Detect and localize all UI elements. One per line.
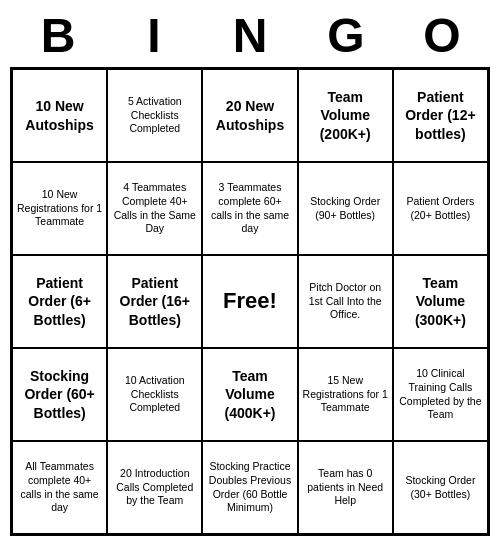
bingo-cell-14[interactable]: Team Volume (300K+) <box>393 255 488 348</box>
bingo-cell-16[interactable]: 10 Activation Checklists Completed <box>107 348 202 441</box>
letter-n: N <box>206 8 294 63</box>
bingo-cell-0[interactable]: 10 New Autoships <box>12 69 107 162</box>
bingo-cell-19[interactable]: 10 Clinical Training Calls Completed by … <box>393 348 488 441</box>
bingo-grid: 10 New Autoships5 Activation Checklists … <box>10 67 490 536</box>
bingo-cell-2[interactable]: 20 New Autoships <box>202 69 297 162</box>
bingo-cell-3[interactable]: Team Volume (200K+) <box>298 69 393 162</box>
bingo-cell-17[interactable]: Team Volume (400K+) <box>202 348 297 441</box>
bingo-cell-5[interactable]: 10 New Registrations for 1 Teammate <box>12 162 107 255</box>
letter-g: G <box>302 8 390 63</box>
letter-i: I <box>110 8 198 63</box>
bingo-cell-15[interactable]: Stocking Order (60+ Bottles) <box>12 348 107 441</box>
bingo-cell-21[interactable]: 20 Introduction Calls Completed by the T… <box>107 441 202 534</box>
letter-o: O <box>398 8 486 63</box>
bingo-cell-6[interactable]: 4 Teammates Complete 40+ Calls in the Sa… <box>107 162 202 255</box>
bingo-cell-18[interactable]: 15 New Registrations for 1 Teammate <box>298 348 393 441</box>
bingo-cell-23[interactable]: Team has 0 patients in Need Help <box>298 441 393 534</box>
bingo-header: B I N G O <box>10 8 490 63</box>
bingo-cell-10[interactable]: Patient Order (6+ Bottles) <box>12 255 107 348</box>
bingo-cell-22[interactable]: Stocking Practice Doubles Previous Order… <box>202 441 297 534</box>
bingo-cell-20[interactable]: All Teammates complete 40+ calls in the … <box>12 441 107 534</box>
bingo-cell-1[interactable]: 5 Activation Checklists Completed <box>107 69 202 162</box>
bingo-cell-12[interactable]: Free! <box>202 255 297 348</box>
bingo-cell-24[interactable]: Stocking Order (30+ Bottles) <box>393 441 488 534</box>
bingo-cell-13[interactable]: Pitch Doctor on 1st Call Into the Office… <box>298 255 393 348</box>
bingo-cell-9[interactable]: Patient Orders (20+ Bottles) <box>393 162 488 255</box>
bingo-cell-8[interactable]: Stocking Order (90+ Bottles) <box>298 162 393 255</box>
letter-b: B <box>14 8 102 63</box>
bingo-cell-4[interactable]: Patient Order (12+ bottles) <box>393 69 488 162</box>
bingo-cell-11[interactable]: Patient Order (16+ Bottles) <box>107 255 202 348</box>
bingo-cell-7[interactable]: 3 Teammates complete 60+ calls in the sa… <box>202 162 297 255</box>
